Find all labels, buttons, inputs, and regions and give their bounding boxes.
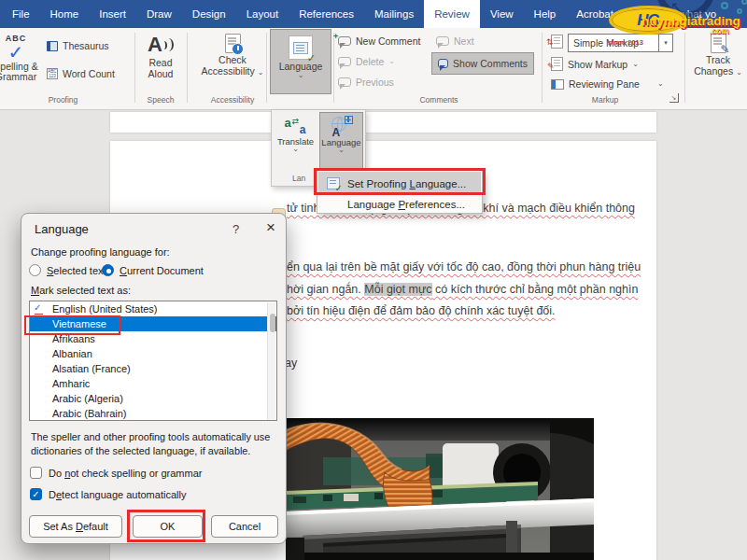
group-divider bbox=[266, 33, 267, 103]
radio-current-document-label[interactable]: Current Document bbox=[120, 265, 204, 276]
default-proofing-icon: ✓ bbox=[34, 302, 47, 315]
group-divider bbox=[333, 33, 334, 103]
display-for-review-icon: ⇅ bbox=[551, 35, 563, 49]
language-flyout-button[interactable]: A Language ⌄ bbox=[319, 112, 363, 172]
brand-since: since 2013 bbox=[608, 38, 643, 47]
next-comment-button[interactable]: Next bbox=[436, 35, 474, 47]
scrollbar-thumb[interactable] bbox=[270, 314, 275, 332]
check-accessibility-button[interactable]: Check Accessibility ⌄ bbox=[192, 31, 273, 77]
book-icon bbox=[47, 41, 58, 51]
launcher-arrow-icon: ↘ bbox=[671, 94, 677, 101]
delete-label: Delete bbox=[356, 56, 384, 67]
delete-comment-icon bbox=[338, 57, 351, 66]
display-for-review-dropdown[interactable]: ▾ bbox=[659, 34, 673, 52]
tab-mailings[interactable]: Mailings bbox=[364, 0, 424, 28]
translate-button[interactable]: a ⇄ a Translate ⌄ bbox=[274, 112, 317, 172]
chevron-down-icon: ⌄ bbox=[292, 147, 299, 152]
dialog-description: The speller and other proofing tools aut… bbox=[31, 430, 270, 457]
radio-selected-text-label[interactable]: Selected text bbox=[47, 265, 106, 276]
speech-group-label: Speech bbox=[138, 95, 183, 105]
document-text-line: ển qua lại trên bề mặt giấy với tốc độ c… bbox=[287, 260, 641, 273]
list-item-language[interactable]: Albanian bbox=[30, 346, 276, 361]
read-aloud-icon: A bbox=[148, 34, 174, 56]
annotation-box-set-proofing bbox=[314, 168, 486, 195]
dropdown-arrow-icon: ▾ bbox=[664, 39, 668, 47]
watermark-node-icon bbox=[721, 2, 728, 9]
check-acc-label-2: Accessibility ⌄ bbox=[202, 66, 264, 77]
list-scrollbar[interactable] bbox=[267, 302, 275, 421]
menu-item-language-preferences[interactable]: Language Preferences... bbox=[318, 195, 481, 213]
radio-selected-text[interactable] bbox=[29, 264, 41, 276]
spelling-grammar-button[interactable]: ABC ✓ Spelling & Grammar bbox=[0, 31, 45, 83]
group-divider bbox=[684, 33, 685, 103]
previous-label: Previous bbox=[356, 77, 394, 88]
show-comments-label: Show Comments bbox=[453, 58, 528, 69]
tab-insert[interactable]: Insert bbox=[89, 0, 136, 28]
annotation-box-ok bbox=[127, 510, 205, 542]
reviewing-pane-button[interactable]: Reviewing Pane ⌄ bbox=[551, 78, 664, 90]
show-comments-button[interactable]: Show Comments bbox=[431, 52, 534, 75]
thesaurus-button[interactable]: Thesaurus bbox=[47, 40, 109, 51]
proofing-prompt: Change proofing language for: bbox=[31, 246, 170, 258]
checkbox-detect-language-label[interactable]: Detect language automatically bbox=[49, 489, 186, 500]
tab-home[interactable]: Home bbox=[40, 0, 90, 28]
list-item-language[interactable]: Amharic bbox=[30, 376, 276, 391]
tab-layout[interactable]: Layout bbox=[236, 0, 289, 28]
document-text-line: hời gian ngắn. Mỗi giọt mực có kích thướ… bbox=[287, 283, 638, 296]
group-divider bbox=[542, 33, 543, 103]
markup-dialog-launcher[interactable]: ↘ bbox=[669, 93, 679, 103]
show-markup-button[interactable]: ✎ Show Markup ⌄ bbox=[551, 57, 639, 71]
word-count-label: Word Count bbox=[63, 68, 115, 79]
read-aloud-button[interactable]: A Read Aloud bbox=[138, 31, 183, 79]
brand-tld: .com bbox=[710, 26, 729, 35]
word-count-button[interactable]: ABC123 Word Count bbox=[47, 68, 115, 79]
document-text-line: bởi tín hiệu điện để đảm bảo độ chính xá… bbox=[287, 304, 556, 317]
tab-references[interactable]: References bbox=[289, 0, 364, 28]
printer-photo bbox=[286, 418, 594, 560]
language-preferences-label: Language Preferences... bbox=[347, 199, 465, 210]
reviewing-pane-icon bbox=[551, 79, 564, 90]
new-comment-icon: + bbox=[338, 36, 351, 46]
list-item-language[interactable]: ✓ English (United States) bbox=[30, 301, 276, 316]
page-bottom-strip bbox=[110, 112, 656, 133]
set-as-default-button[interactable]: Set As Default bbox=[29, 515, 122, 538]
checkbox-detect-language[interactable]: ✓ bbox=[30, 488, 42, 500]
language-globe-icon: A bbox=[331, 117, 352, 137]
close-icon[interactable]: × bbox=[266, 218, 275, 237]
mark-selected-label: Mark selected text as: bbox=[31, 285, 131, 296]
word-window: File Home Insert Draw Design Layout Refe… bbox=[0, 0, 747, 560]
tab-file[interactable]: File bbox=[2, 0, 40, 28]
previous-comment-button[interactable]: Previous bbox=[338, 77, 394, 88]
word-count-icon: ABC123 bbox=[47, 68, 58, 79]
dialog-title: Language bbox=[35, 222, 89, 236]
language-group-label: Lan bbox=[292, 174, 305, 183]
track-changes-button[interactable]: ✎ Track Changes ⌄ bbox=[691, 31, 745, 77]
translate-icon: a ⇄ a bbox=[285, 116, 307, 136]
previous-comment-icon bbox=[338, 77, 351, 87]
show-comments-icon bbox=[438, 59, 448, 68]
group-divider bbox=[134, 33, 135, 103]
tab-design[interactable]: Design bbox=[182, 0, 236, 28]
radio-current-document[interactable] bbox=[102, 264, 114, 276]
annotation-box-vietnamese bbox=[24, 315, 120, 335]
cancel-button[interactable]: Cancel bbox=[211, 515, 278, 538]
tab-review[interactable]: Review bbox=[424, 0, 480, 28]
group-divider bbox=[187, 33, 188, 103]
help-icon[interactable]: ? bbox=[233, 222, 239, 236]
track-changes-icon: ✎ bbox=[711, 34, 726, 53]
tab-view[interactable]: View bbox=[480, 0, 524, 28]
new-comment-label: New Comment bbox=[356, 35, 420, 47]
checkbox-no-spellcheck[interactable] bbox=[30, 467, 42, 479]
show-markup-icon: ✎ bbox=[551, 57, 563, 71]
tab-draw[interactable]: Draw bbox=[136, 0, 182, 28]
checkbox-no-spellcheck-label[interactable]: Do not check spelling or grammar bbox=[49, 468, 202, 479]
list-item-language[interactable]: Arabic (Bahrain) bbox=[30, 406, 276, 421]
language-ribbon-button[interactable]: ✓ Language ⌄ bbox=[270, 29, 331, 94]
new-comment-button[interactable]: + New Comment bbox=[338, 35, 420, 47]
delete-comment-button[interactable]: Delete ⌄ bbox=[338, 56, 395, 67]
tab-help[interactable]: Help bbox=[524, 0, 567, 28]
chevron-down-icon: ⌄ bbox=[298, 73, 304, 78]
list-item-language[interactable]: Arabic (Algeria) bbox=[30, 391, 276, 406]
list-item-language[interactable]: Alsatian (France) bbox=[30, 361, 276, 376]
language-dialog: Language ? × Change proofing language fo… bbox=[21, 213, 287, 544]
